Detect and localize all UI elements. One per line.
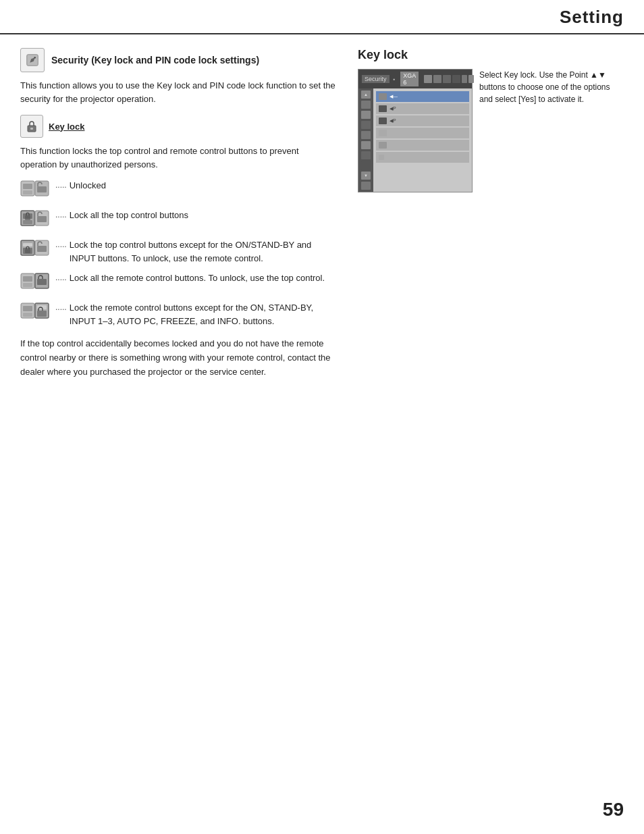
proj-menu-item-6 (376, 152, 469, 163)
lock-option-3: ..... Lock the top control buttons excep… (20, 238, 338, 265)
proj-status-icons (424, 75, 474, 83)
svg-rect-28 (23, 313, 32, 317)
proj-btn-4 (361, 131, 371, 139)
proj-menu-text-1: ◀— (390, 94, 398, 99)
proj-menu-icon-1 (379, 93, 387, 100)
proj-xga-label: XGA 6 (400, 72, 419, 86)
option3-text: Lock the top control buttons except for … (70, 238, 338, 265)
svg-rect-25 (37, 279, 47, 285)
projector-body: ▲ ▼ ◀— (358, 88, 472, 192)
proj-menu-icon-4 (379, 130, 387, 136)
option5-icon (20, 301, 50, 324)
svg-rect-16 (23, 243, 32, 246)
option1-dots: ..... (55, 179, 67, 190)
option1-text: Unlocked (70, 179, 106, 192)
keylock-label: Key lock (49, 122, 84, 132)
proj-menu-item-5 (376, 140, 469, 151)
svg-rect-11 (23, 220, 32, 224)
diagram-caption: Select Key lock. Use the Point ▲▼ button… (479, 69, 614, 105)
svg-rect-27 (23, 306, 32, 311)
option5-text: Lock the remote control buttons except f… (70, 301, 338, 328)
svg-rect-12 (25, 215, 30, 220)
proj-menu-icon-3 (379, 118, 387, 124)
proj-icon-6 (468, 75, 474, 83)
proj-btn-5 (361, 141, 371, 149)
svg-rect-31 (37, 311, 47, 317)
svg-rect-8 (37, 186, 47, 192)
option4-dots: ..... (55, 271, 67, 282)
proj-menu-icon-5 (379, 142, 387, 149)
section-header: Security (Key lock and PIN code lock set… (20, 48, 338, 72)
keylock-icon (20, 115, 43, 138)
option4-text: Lock all the remote control buttons. To … (70, 271, 325, 285)
page-header: Setting (0, 0, 644, 34)
svg-rect-3 (30, 128, 33, 130)
section-title: Security (Key lock and PIN code lock set… (51, 55, 259, 66)
proj-icon-2 (433, 75, 441, 83)
proj-btn-2 (361, 111, 371, 119)
projector-topbar: Security ▪ XGA 6 (358, 70, 472, 88)
svg-rect-6 (23, 190, 32, 194)
intro-text: This function allows you to use the Key … (20, 79, 338, 105)
diagram-title: Key lock (358, 48, 624, 62)
keylock-header: Key lock (20, 115, 338, 138)
footer-note: If the top control accidentally becomes … (20, 337, 338, 379)
proj-icon-1 (424, 75, 432, 83)
option3-dots: ..... (55, 238, 67, 249)
proj-security-label: Security (362, 75, 390, 83)
lock-option-5: ..... Lock the remote control buttons ex… (20, 301, 338, 328)
lock-options-list: ..... Unlocked (20, 179, 338, 328)
svg-rect-22 (23, 276, 32, 282)
projector-ui-mockup: Security ▪ XGA 6 ▲ (358, 69, 473, 192)
page-title: Setting (560, 7, 624, 28)
proj-icon-4 (452, 75, 460, 83)
svg-rect-18 (25, 249, 30, 253)
proj-menu-icon-2 (379, 105, 387, 112)
left-column: Security (Key lock and PIN code lock set… (20, 48, 351, 379)
lock-option-1: ..... Unlocked (20, 179, 338, 202)
proj-btn-6 (361, 151, 371, 159)
proj-btn-7 (361, 161, 371, 170)
option5-dots: ..... (55, 301, 67, 312)
right-column: Key lock Security ▪ XGA 6 (351, 48, 624, 379)
proj-menu-item-4 (376, 128, 469, 138)
svg-rect-5 (23, 184, 32, 189)
security-icon (20, 48, 45, 72)
lock-option-2: ..... Lock all the top control buttons (20, 209, 338, 232)
option2-text: Lock all the top control buttons (70, 209, 188, 222)
option3-icon (20, 238, 50, 261)
proj-sidebar: ▲ ▼ (358, 88, 373, 192)
proj-btn-8 (361, 182, 371, 190)
proj-menu-item-2: ◀P (376, 103, 469, 114)
svg-point-1 (34, 57, 36, 59)
proj-menu-text-2: ◀P (390, 106, 396, 111)
svg-rect-23 (23, 283, 32, 287)
proj-icon-5 (462, 75, 467, 83)
option1-icon (20, 179, 50, 202)
proj-menu-text-3: ◀P (390, 118, 396, 124)
proj-menu: ◀— ◀P ◀P (373, 88, 472, 192)
option2-dots: ..... (55, 209, 67, 219)
svg-rect-14 (37, 216, 47, 222)
proj-btn-up: ▲ (361, 90, 371, 99)
proj-btn-3 (361, 121, 371, 129)
proj-btn-1 (361, 101, 371, 109)
proj-menu-item-3: ◀P (376, 115, 469, 126)
keylock-description: This function locks the top control and … (20, 145, 338, 171)
lock-option-4: ..... Lock all the remote control button… (20, 271, 338, 294)
diagram-container: Security ▪ XGA 6 ▲ (358, 69, 624, 192)
page-number: 59 (603, 799, 624, 820)
svg-rect-20 (37, 246, 47, 252)
proj-menu-icon-6 (379, 155, 384, 160)
option2-icon (20, 209, 50, 232)
proj-menu-item-1: ◀— (376, 91, 469, 102)
main-content: Security (Key lock and PIN code lock set… (0, 34, 644, 392)
proj-btn-down: ▼ (361, 172, 371, 180)
proj-icon-3 (443, 75, 451, 83)
option4-icon (20, 271, 50, 294)
